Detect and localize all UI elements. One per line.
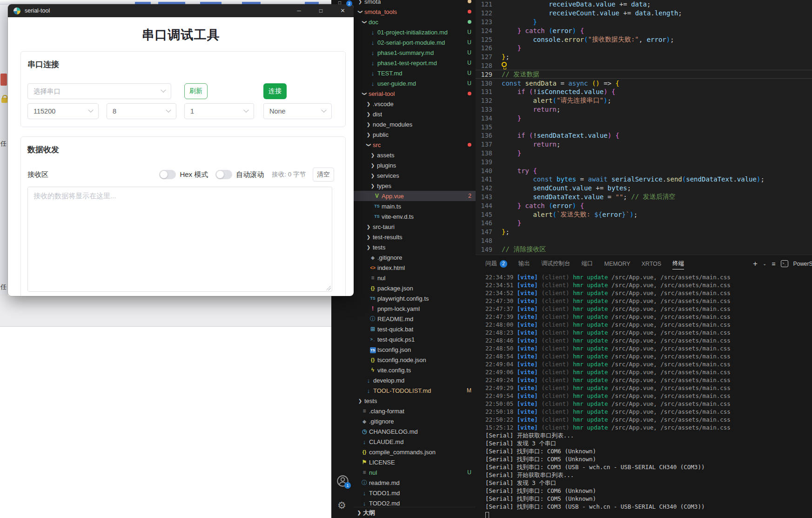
code-line-144[interactable]: 144 } catch (error) { [476,201,812,210]
tree-item-01-project-initialization.md[interactable]: ↓01-project-initialization.mdU [354,27,476,37]
tree-item-.gitignore[interactable]: ◆.gitignore [354,416,476,426]
tree-item-serial-tool[interactable]: ❯serial-tool [354,88,476,99]
tree-item-CLAUDE.md[interactable]: ↓CLAUDE.md [354,437,476,447]
shell-name-label[interactable]: PowerShe [793,261,812,267]
code-line-123[interactable]: 123 } [476,18,812,27]
code-line-141[interactable]: 141 const bytes = await serialService.se… [476,175,812,184]
code-line-130[interactable]: 130const sendData = async () => { [476,79,812,87]
panel-tab-问题[interactable]: 问题2 [485,255,507,272]
panel-tab-终端[interactable]: 终端 [672,255,684,272]
tree-item-tests[interactable]: ❯tests [354,396,476,406]
tree-item-TODO2.md[interactable]: ↓TODO2.md [354,498,476,507]
tree-item-assets[interactable]: ❯assets [354,150,476,160]
tree-item-test-quick.bat[interactable]: ⊞test-quick.bat [354,324,476,334]
panel-tab-XRTOS[interactable]: XRTOS [642,255,662,272]
minimize-button[interactable]: ─ [288,4,310,17]
tree-item-vite-env.d.ts[interactable]: TSvite-env.d.ts [354,211,476,222]
panel-tab-端口[interactable]: 端口 [582,255,593,272]
code-line-140[interactable]: 140 try { [476,166,812,175]
panel-tab-MEMORY[interactable]: MEMORY [604,255,631,272]
tree-item-CHANGELOG.md[interactable]: ◷CHANGELOG.md [354,426,476,437]
code-line-134[interactable]: 134 } [476,114,812,122]
serial-title-bar[interactable]: serial-tool ─ □ ✕ [8,4,354,17]
tree-item-test-results[interactable]: ❯test-results [354,232,476,242]
gear-icon[interactable]: ⚙ [337,500,346,511]
resize-grip-icon[interactable] [326,286,331,290]
tree-item-compile_commands.json[interactable]: {}compile_commands.json [354,447,476,457]
tree-item-readme.md[interactable]: ⓘreadme.md [354,478,476,488]
terminal-output[interactable]: 22:34:39 [vite] (client) hmr update /src… [485,274,812,518]
tree-item-tests[interactable]: ❯tests [354,242,476,252]
lightbulb-icon[interactable] [502,62,507,67]
tree-item-services[interactable]: ❯services [354,170,476,181]
code-line-133[interactable]: 133 return; [476,105,812,114]
outline-section-header[interactable]: ❯ 大纲 [354,507,476,518]
tree-item-dist[interactable]: ❯dist [354,109,476,119]
tree-item-README.md[interactable]: ⓘREADME.md [354,314,476,324]
data-bits-select[interactable]: 8 [107,103,176,119]
code-line-135[interactable]: 135 [476,122,812,131]
clear-button[interactable]: 清空 [313,168,334,182]
hex-mode-toggle[interactable] [159,170,176,179]
code-line-121[interactable]: 121 receiveData.value += data; [476,0,812,9]
tree-item-user-guide.md[interactable]: ↓user-guide.mdU [354,78,476,88]
tree-item-nul[interactable]: ≡nulU [354,467,476,478]
tree-item-tsconfig.json[interactable]: TStsconfig.json [354,344,476,355]
tree-item-.vscode[interactable]: ❯.vscode [354,99,476,109]
tree-item-smota_tools[interactable]: ❯smota_tools [354,7,476,17]
tree-item-smota[interactable]: ❯smota [354,0,476,7]
tree-item-public[interactable]: ❯public [354,129,476,140]
tree-item-src-tauri[interactable]: ❯src-tauri [354,222,476,232]
terminal-tabs-list-icon[interactable]: ≡ [772,260,775,268]
tree-item-pnpm-lock.yaml[interactable]: !pnpm-lock.yaml [354,303,476,314]
tree-item-LICENSE[interactable]: ⚑LICENSE [354,457,476,467]
code-line-146[interactable]: 146 } [476,219,812,228]
account-icon[interactable]: 1 [336,475,349,487]
code-line-129[interactable]: 129// 发送数据 [476,70,812,79]
tree-item-doc[interactable]: ❯doc [354,17,476,27]
tree-item-src[interactable]: ❯src [354,140,476,150]
tree-item-App.vue[interactable]: VApp.vue2 [354,191,476,201]
tree-item-types[interactable]: ❯types [354,181,476,191]
code-line-126[interactable]: 126 } [476,44,812,53]
panel-tab-调试控制台[interactable]: 调试控制台 [541,255,570,272]
code-line-142[interactable]: 142 sendCount.value += bytes; [476,184,812,193]
tree-item-TEST.md[interactable]: ↓TEST.mdU [354,68,476,78]
code-line-145[interactable]: 145 alert(`发送失败: ${error}`); [476,210,812,219]
tree-item-vite.config.ts[interactable]: ϟvite.config.ts [354,365,476,375]
tree-item-plugins[interactable]: ❯plugins [354,160,476,170]
code-line-122[interactable]: 122 receiveCount.value += data.length; [476,9,812,18]
port-select[interactable]: 选择串口 [27,83,171,99]
tree-item-TOOL-TODOLIST.md[interactable]: ↓TOOL-TODOLIST.mdM [354,385,476,396]
stop-bits-select[interactable]: 1 [184,103,254,119]
maximize-button[interactable]: □ [310,4,332,17]
code-line-131[interactable]: 131 if (!isConnected.value) { [476,87,812,96]
receive-textarea[interactable]: 接收的数据将显示在这里... [27,187,332,292]
refresh-button[interactable]: 刷新 [184,83,208,99]
tree-item-index.html[interactable]: <>index.html [354,262,476,273]
code-line-143[interactable]: 143 sendDataText.value = ""; // 发送后清空 [476,193,812,202]
tree-item-.clang-format[interactable]: ≡.clang-format [354,406,476,416]
baud-rate-select[interactable]: 115200 [27,103,99,119]
connect-button[interactable]: 连接 [263,83,287,99]
tree-item-.gitignore[interactable]: ◆.gitignore [354,252,476,262]
code-line-125[interactable]: 125 console.error("接收数据失败:", error); [476,35,812,44]
code-editor[interactable]: 121 receiveData.value += data;122 receiv… [476,0,812,255]
tree-item-playwright.config.ts[interactable]: TSplaywright.config.ts [354,293,476,303]
tree-item-package.json[interactable]: {}package.json [354,283,476,293]
code-line-136[interactable]: 136 if (!sendDataText.value) { [476,131,812,140]
code-line-139[interactable]: 139 [476,157,812,166]
tree-item-main.ts[interactable]: TSmain.ts [354,201,476,211]
tree-item-node_modules[interactable]: ❯node_modules [354,119,476,129]
code-line-137[interactable]: 137 return; [476,140,812,149]
tree-item-test-quick.ps1[interactable]: >_test-quick.ps1 [354,334,476,344]
parity-select[interactable]: None [263,103,332,119]
code-line-124[interactable]: 124 } catch (error) { [476,26,812,35]
code-line-147[interactable]: 147}; [476,228,812,236]
tree-item-02-serial-port-module.md[interactable]: ↓02-serial-port-module.mdU [354,37,476,47]
code-line-132[interactable]: 132 alert("请先连接串口"); [476,96,812,105]
code-line-148[interactable]: 148 [476,236,812,245]
code-line-127[interactable]: 127}; [476,53,812,61]
tree-item-phase1-test-report.md[interactable]: ↓phase1-test-report.mdU [354,58,476,68]
tree-item-phase1-summary.md[interactable]: ↓phase1-summary.mdU [354,47,476,58]
